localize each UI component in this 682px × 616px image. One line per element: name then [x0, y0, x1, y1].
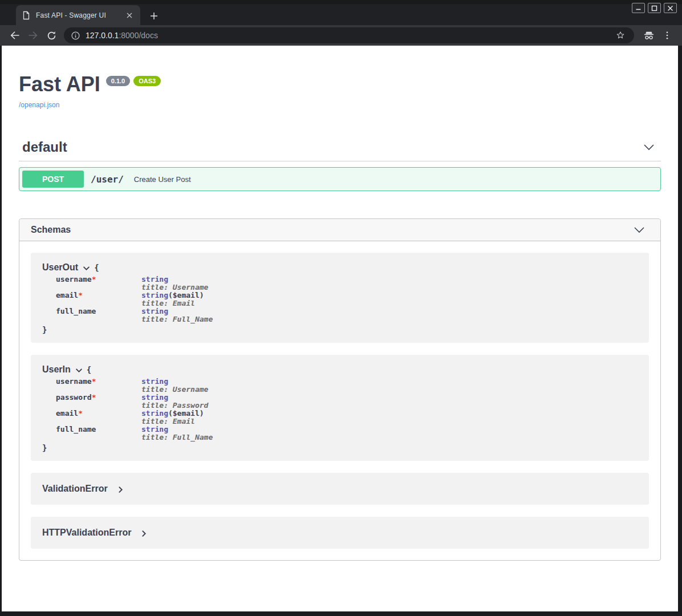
- back-icon: [9, 30, 21, 41]
- property-row: email* string($email) title: Email: [56, 291, 213, 307]
- required-star: *: [92, 393, 96, 402]
- property-type: string: [141, 425, 213, 433]
- reload-button[interactable]: [42, 26, 60, 44]
- maximize-button[interactable]: [648, 3, 661, 13]
- model-userin: UserIn { username* string title: Usernam…: [31, 355, 649, 461]
- property-type: string($email): [141, 410, 213, 418]
- chevron-down-icon: [75, 367, 83, 374]
- property-type: string: [141, 307, 213, 315]
- model-userout-toggle[interactable]: UserOut {: [42, 261, 638, 274]
- info-icon[interactable]: [71, 31, 80, 40]
- chevron-down-icon: [633, 224, 646, 236]
- model-name: HTTPValidationError: [42, 528, 131, 538]
- oas3-badge: OAS3: [133, 76, 161, 86]
- chevron-right-icon: [140, 530, 148, 537]
- tab-strip: Fast API - Swagger UI: [0, 4, 682, 25]
- forward-button[interactable]: [24, 26, 42, 44]
- model-name: UserIn: [42, 364, 71, 375]
- tab-close-button[interactable]: [124, 10, 135, 21]
- model-name: UserOut: [42, 262, 78, 273]
- minimize-button[interactable]: [632, 3, 645, 13]
- chevron-down-icon: [83, 265, 90, 272]
- open-brace: {: [87, 365, 91, 374]
- property-row: full_name string title: Full_Name: [56, 307, 213, 323]
- address-bar[interactable]: 127.0.0.1:8000/docs: [64, 27, 634, 43]
- property-type: string: [141, 394, 213, 402]
- incognito-badge: [640, 26, 658, 44]
- close-icon: [127, 13, 132, 18]
- maximize-icon: [651, 5, 657, 11]
- property-name: username: [56, 275, 92, 283]
- openapi-spec-link[interactable]: /openapi.json: [19, 101, 59, 109]
- window-frame-top: [0, 0, 682, 4]
- tag-header-default[interactable]: default: [19, 139, 661, 161]
- schemas-title: Schemas: [31, 225, 71, 235]
- open-brace: {: [94, 263, 99, 272]
- chevron-right-icon: [117, 486, 124, 493]
- property-title: title: Email: [141, 299, 213, 307]
- endpoint-post-user[interactable]: POST /user/ Create User Post: [19, 167, 661, 191]
- bookmark-button[interactable]: [614, 29, 627, 42]
- window-controls: [632, 3, 677, 13]
- endpoint-summary: Create User Post: [134, 175, 191, 184]
- property-name: full_name: [56, 307, 96, 315]
- plus-icon: [150, 12, 158, 20]
- property-title: title: Password: [141, 402, 213, 410]
- property-title: title: Username: [141, 283, 213, 291]
- endpoint-path: /user/: [91, 174, 124, 185]
- property-type: string: [141, 275, 213, 283]
- required-star: *: [92, 275, 96, 283]
- star-icon: [615, 30, 626, 40]
- property-name: email: [56, 291, 78, 299]
- version-badge: 0.1.0: [106, 76, 130, 86]
- property-title: title: Username: [141, 386, 213, 394]
- property-name: username: [56, 377, 92, 386]
- tab-title: Fast API - Swagger UI: [36, 11, 124, 19]
- property-title: title: Full_Name: [141, 433, 213, 441]
- page-icon: [22, 11, 31, 20]
- browser-toolbar: 127.0.0.1:8000/docs: [0, 25, 682, 46]
- model-userin-toggle[interactable]: UserIn {: [42, 363, 638, 376]
- property-title: title: Full_Name: [141, 315, 213, 323]
- close-window-button[interactable]: [664, 3, 677, 13]
- property-type: string: [141, 378, 213, 386]
- back-button[interactable]: [6, 26, 24, 44]
- schemas-section: Schemas UserOut {: [19, 218, 661, 561]
- model-validationerror[interactable]: ValidationError: [31, 473, 649, 505]
- model-properties: username* string title: Username email* …: [56, 275, 213, 323]
- reload-icon: [46, 30, 57, 41]
- forward-icon: [27, 30, 39, 41]
- required-star: *: [78, 409, 83, 418]
- model-httpvalidationerror[interactable]: HTTPValidationError: [31, 517, 649, 549]
- new-tab-button[interactable]: [147, 9, 161, 23]
- minimize-icon: [635, 5, 642, 11]
- tag-section-default: default POST /user/ Create User Post: [19, 139, 661, 191]
- property-row: username* string title: Username: [56, 275, 213, 291]
- browser-menu-button[interactable]: [658, 26, 676, 44]
- model-properties: username* string title: Username passwor…: [56, 378, 213, 441]
- property-row: username* string title: Username: [56, 378, 213, 394]
- api-info-section: Fast API0.1.0OAS3 /openapi.json: [19, 73, 661, 110]
- menu-dots-icon: [662, 30, 672, 40]
- schemas-header[interactable]: Schemas: [19, 219, 660, 241]
- property-type: string($email): [141, 291, 213, 299]
- close-brace: }: [42, 325, 638, 334]
- chevron-down-icon: [643, 141, 655, 153]
- property-name: full_name: [56, 425, 96, 433]
- close-brace: }: [42, 443, 638, 452]
- browser-tab[interactable]: Fast API - Swagger UI: [16, 5, 140, 25]
- http-method-badge: POST: [22, 171, 84, 188]
- property-row: full_name string title: Full_Name: [56, 425, 213, 441]
- url-host: 127.0.0.1: [86, 31, 119, 40]
- property-name: password: [56, 393, 92, 402]
- required-star: *: [78, 291, 83, 299]
- required-star: *: [92, 377, 96, 386]
- property-title: title: Email: [141, 418, 213, 425]
- model-name: ValidationError: [42, 484, 108, 494]
- url-path: :8000/docs: [119, 31, 158, 40]
- schemas-body: UserOut { username* string title: Userna…: [19, 241, 660, 560]
- url-text: 127.0.0.1:8000/docs: [86, 31, 158, 40]
- property-row: password* string title: Password: [56, 394, 213, 410]
- tag-name: default: [22, 139, 67, 155]
- model-userout: UserOut { username* string title: Userna…: [31, 253, 649, 343]
